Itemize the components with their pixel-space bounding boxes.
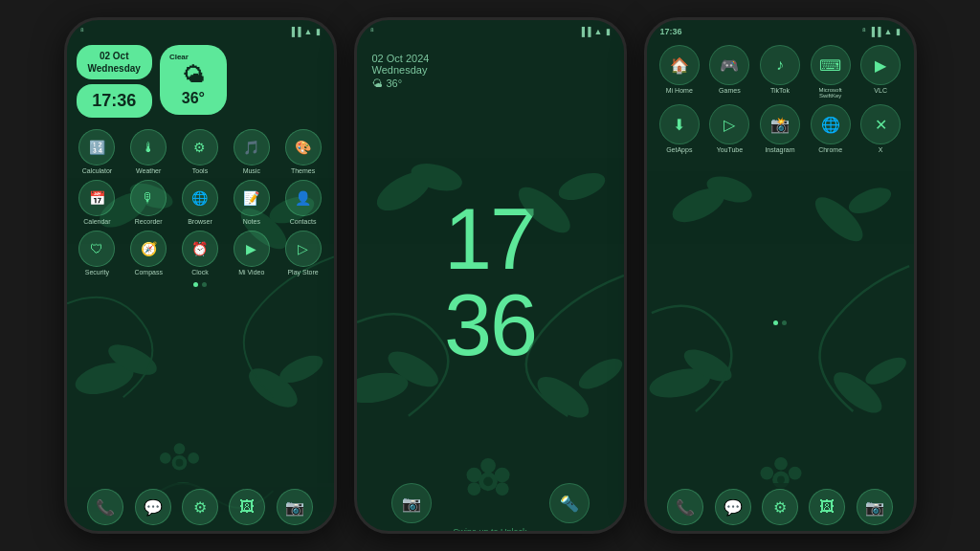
app-clock[interactable]: ⏰ Clock: [177, 231, 223, 276]
date-line1: 02 OctWednesday: [88, 50, 141, 75]
weather-widget[interactable]: Clear 🌤 36°: [160, 45, 227, 115]
app-label-compass: Compass: [134, 269, 163, 276]
app-label-vlc: VLC: [874, 87, 887, 94]
dot-3-active: [773, 320, 778, 325]
dock3-phone[interactable]: 📞: [667, 489, 703, 525]
dot-1-2: [202, 282, 207, 287]
widgets-row: 02 OctWednesday 17:36 Clear 🌤 36°: [67, 39, 334, 121]
app-label-youtube: YouTube: [717, 146, 744, 153]
app-mihome[interactable]: 🏠 Mi Home: [656, 45, 703, 99]
app-icon-instagram: 📸: [760, 104, 800, 144]
app-label-playstore: Play Store: [287, 269, 318, 276]
app-label-swiftkey: MicrosoftSwiftKey: [818, 87, 841, 99]
app-browser[interactable]: 🌐 Browser: [177, 180, 223, 225]
time-widget[interactable]: 17:36: [77, 84, 152, 118]
app-weather[interactable]: 🌡 Weather: [125, 129, 171, 174]
app-icon-notes: 📝: [234, 180, 270, 216]
app-label-calendar: Calendar: [83, 218, 110, 225]
app-tools[interactable]: ⚙ Tools: [177, 129, 223, 174]
app-themes[interactable]: 🎨 Themes: [280, 129, 326, 174]
app-swiftkey[interactable]: ⌨ MicrosoftSwiftKey: [807, 45, 855, 99]
app-icon-calendar: 📅: [78, 180, 115, 216]
dock-settings[interactable]: ⚙: [182, 489, 218, 525]
app-label-notes: Notes: [243, 218, 260, 225]
app-vlc[interactable]: ▶ VLC: [857, 45, 904, 99]
app-icon-tiktok: ♪: [760, 45, 800, 85]
app-music[interactable]: 🎵 Music: [229, 129, 275, 174]
dock3-camera[interactable]: 📷: [857, 489, 893, 525]
app-icon-compass: 🧭: [130, 231, 167, 267]
app-instagram[interactable]: 📸 Instagram: [756, 104, 804, 153]
app-label-music: Music: [243, 167, 260, 174]
dock3-messages[interactable]: 💬: [715, 489, 751, 525]
dock-1: 📞 💬 ⚙ 🖼 📷: [67, 483, 334, 531]
app-icon-music: 🎵: [234, 129, 270, 165]
dock3-gallery[interactable]: 🖼: [809, 489, 845, 525]
app-compass[interactable]: 🧭 Compass: [125, 231, 171, 276]
dock-camera[interactable]: 📷: [277, 489, 313, 525]
app-label-recorder: Recorder: [135, 218, 163, 225]
dock3-settings[interactable]: ⚙: [762, 489, 798, 525]
app-recorder[interactable]: 🎙 Recorder: [125, 180, 171, 225]
phone3-content: 🏠 Mi Home 🎮 Games ♪ TikTok ⌨ MicrosoftSw…: [647, 39, 914, 531]
app-icon-x: ✕: [860, 104, 901, 144]
weather-temp: 36°: [182, 90, 205, 107]
app-calendar[interactable]: 📅 Calendar: [75, 180, 121, 225]
app-icon-getapps: ⬇: [659, 104, 700, 144]
app-youtube[interactable]: ▷ YouTube: [705, 104, 753, 153]
app-security[interactable]: 🛡 Security: [75, 231, 121, 276]
app-icon-themes: 🎨: [285, 129, 322, 165]
weather-sun-icon: 🌤: [183, 63, 204, 88]
app-icon-calculator: 🔢: [78, 129, 115, 165]
app-chrome[interactable]: 🌐 Chrome: [807, 104, 855, 153]
app-playstore[interactable]: ▷ Play Store: [280, 231, 326, 276]
dock-gallery[interactable]: 🖼: [229, 489, 265, 525]
svg-point-23: [466, 468, 481, 483]
app-label-browser: Browser: [188, 218, 212, 225]
weather-label: Clear: [169, 53, 189, 61]
phone1-content: 02 OctWednesday 17:36 Clear 🌤 36° 🔢 Calc…: [67, 39, 334, 531]
app-label-chrome: Chrome: [818, 146, 842, 153]
app-label-tiktok: TikTok: [770, 87, 790, 94]
dock-messages[interactable]: 💬: [135, 489, 171, 525]
weather-top: Clear: [169, 53, 217, 61]
app-label-tools: Tools: [192, 167, 208, 174]
app-icon-mivideo: ▶: [234, 231, 270, 267]
app-label-calculator: Calculator: [82, 167, 113, 174]
app-grid-1: 🔢 Calculator 🌡 Weather ⚙ Tools 🎵 Music 🎨…: [67, 121, 334, 279]
app-icon-playstore: ▷: [285, 231, 322, 267]
svg-point-27: [483, 476, 493, 486]
app-icon-games: 🎮: [709, 45, 749, 85]
app-x[interactable]: ✕ X: [857, 104, 904, 153]
app-getapps[interactable]: ⬇ GetApps: [656, 104, 703, 153]
app-label-mihome: Mi Home: [666, 87, 693, 94]
phone-3: 17:36 ⁸ ▐▐ ▲ ▮ 🏠 Mi Home 🎮 Games ♪: [644, 17, 917, 534]
svg-point-22: [494, 468, 509, 483]
app-icon-vlc: ▶: [860, 45, 901, 85]
date-time-widgets: 02 OctWednesday 17:36: [77, 45, 152, 118]
app-tiktok[interactable]: ♪ TikTok: [756, 45, 804, 99]
app-icon-recorder: 🎙: [130, 180, 167, 216]
app-label-clock: Clock: [191, 269, 209, 276]
app-label-contacts: Contacts: [290, 218, 317, 225]
app-icon-contacts: 👤: [285, 180, 322, 216]
app-icon-mihome: 🏠: [659, 45, 700, 85]
app-games[interactable]: 🎮 Games: [705, 45, 753, 99]
app-label-instagram: Instagram: [765, 146, 794, 153]
app-label-mivideo: Mi Video: [238, 269, 264, 276]
app-mivideo[interactable]: ▶ Mi Video: [229, 231, 275, 276]
page-dots-3: [647, 318, 914, 328]
date-widget[interactable]: 02 OctWednesday: [77, 45, 152, 79]
page-dots-1: [67, 279, 334, 290]
app-notes[interactable]: 📝 Notes: [229, 180, 275, 225]
app-label-getapps: GetApps: [666, 146, 692, 153]
svg-point-24: [480, 458, 496, 474]
svg-point-20: [574, 353, 624, 395]
phone3-apps: 🏠 Mi Home 🎮 Games ♪ TikTok ⌨ MicrosoftSw…: [647, 39, 914, 163]
dock-phone[interactable]: 📞: [87, 489, 123, 525]
dot-1-active: [193, 282, 198, 287]
app-label-x: X: [879, 146, 883, 153]
app-calculator[interactable]: 🔢 Calculator: [75, 129, 121, 174]
dot-3-2: [782, 320, 787, 325]
app-contacts[interactable]: 👤 Contacts: [280, 180, 326, 225]
